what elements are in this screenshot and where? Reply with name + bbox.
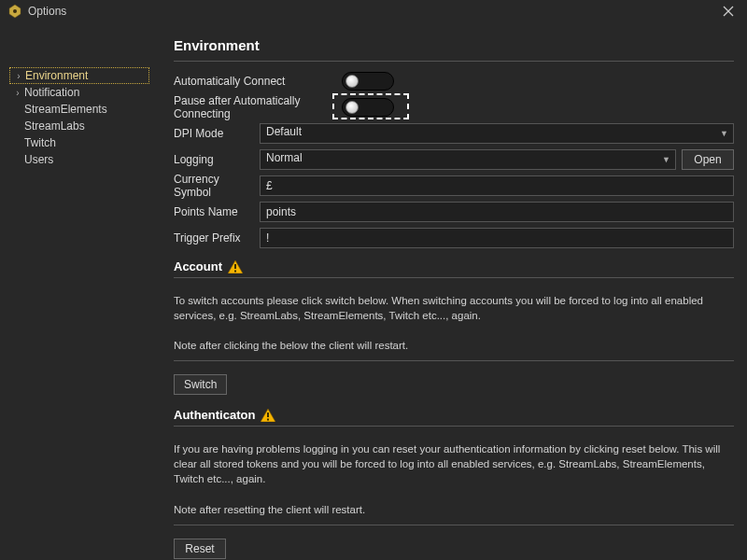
sidebar-item-label: Environment (23, 69, 88, 82)
switch-account-button[interactable]: Switch (174, 374, 227, 395)
sidebar-item-label: StreamLabs (22, 119, 85, 133)
dpi-mode-label: DPI Mode (174, 127, 260, 140)
chevron-right-icon: › (13, 88, 22, 98)
authentication-heading: Authenticaton (174, 408, 255, 422)
sidebar-item-users[interactable]: ›Users (9, 151, 149, 168)
chevron-right-icon: › (14, 71, 23, 81)
window-title: Options (28, 5, 717, 18)
sidebar-item-label: Twitch (22, 136, 56, 149)
svg-point-1 (13, 9, 17, 13)
points-name-input[interactable] (260, 202, 734, 222)
svg-rect-9 (267, 418, 269, 420)
open-logs-button[interactable]: Open (682, 149, 734, 170)
sidebar-item-streamelements[interactable]: ›StreamElements (9, 101, 149, 118)
points-name-label: Points Name (174, 205, 260, 218)
trigger-prefix-label: Trigger Prefix (174, 231, 260, 245)
sidebar-item-streamlabs[interactable]: ›StreamLabs (9, 118, 149, 134)
logging-label: Logging (174, 153, 260, 166)
auto-connect-toggle[interactable] (342, 72, 394, 91)
sidebar-item-notification[interactable]: ›Notification (9, 84, 149, 101)
app-icon (7, 4, 22, 19)
warning-icon (228, 260, 243, 273)
divider (174, 360, 734, 361)
sidebar-item-environment[interactable]: ›Environment (9, 67, 149, 84)
svg-rect-6 (234, 270, 236, 272)
currency-input[interactable] (260, 175, 734, 196)
sidebar-item-label: StreamElements (22, 103, 107, 116)
svg-rect-5 (234, 264, 236, 269)
sidebar-item-twitch[interactable]: ›Twitch (9, 134, 149, 151)
dpi-mode-select[interactable]: Default (260, 123, 734, 144)
sidebar-item-label: Users (22, 153, 53, 166)
svg-rect-8 (267, 413, 269, 417)
pause-after-label: Pause after Automatically Connecting (174, 94, 342, 120)
account-text-1: To switch accounts please click switch b… (174, 293, 734, 323)
auth-text-1: If you are having problems logging in yo… (174, 441, 734, 486)
close-button[interactable] (717, 0, 740, 22)
account-heading: Account (174, 259, 222, 273)
account-text-2: Note after clicking the below the client… (174, 338, 734, 353)
trigger-prefix-input[interactable] (260, 228, 734, 248)
reset-auth-button[interactable]: Reset (174, 539, 226, 559)
page-title: Environment (174, 37, 734, 53)
sidebar: ›Environment›Notification›StreamElements… (0, 22, 159, 560)
auto-connect-label: Automatically Connect (174, 75, 342, 88)
auth-text-2: Note after resetting the client will res… (174, 502, 734, 517)
divider (174, 426, 734, 427)
currency-label: Currency Symbol (174, 173, 260, 199)
pause-after-toggle[interactable] (342, 98, 394, 117)
logging-select[interactable]: Normal (260, 149, 676, 170)
divider (174, 525, 734, 525)
divider (174, 61, 734, 62)
warning-icon (261, 409, 275, 422)
divider (174, 277, 734, 278)
sidebar-item-label: Notification (22, 86, 79, 99)
